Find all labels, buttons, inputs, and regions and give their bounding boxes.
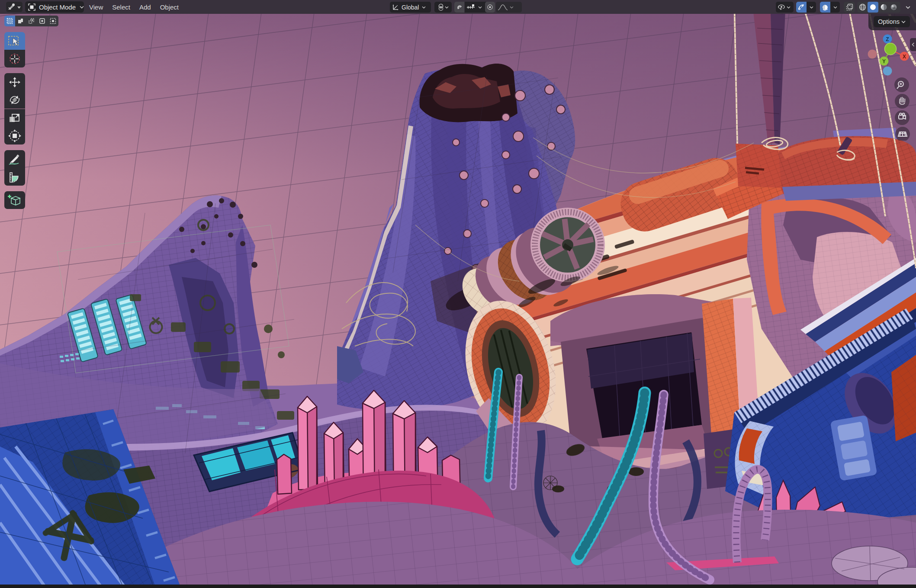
svg-text:Y: Y (882, 58, 886, 64)
svg-text:Z: Z (886, 36, 889, 42)
svg-text:X: X (903, 54, 906, 60)
